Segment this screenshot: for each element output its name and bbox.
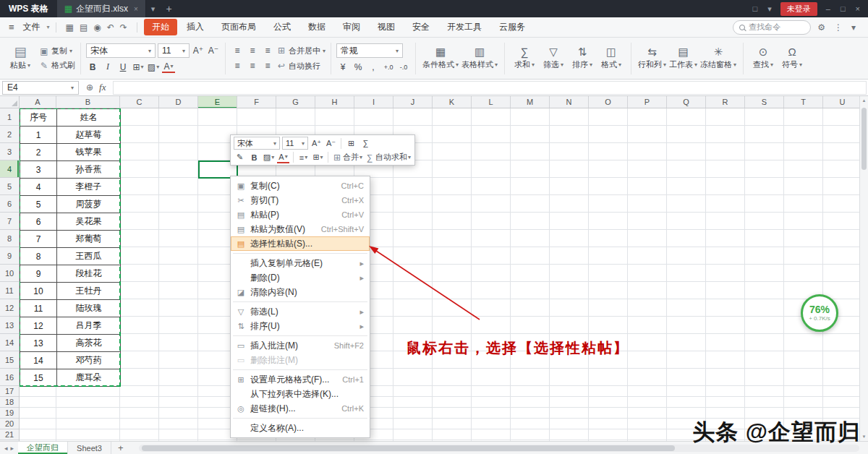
- minimize-icon[interactable]: –: [821, 4, 835, 13]
- context-menu-item-paste-special[interactable]: ▤选择性粘贴(S)...: [231, 236, 370, 251]
- menu-插入[interactable]: 插入: [179, 19, 212, 35]
- cond-format-button[interactable]: ▦条件格式▾: [421, 40, 460, 77]
- menu-页面布局[interactable]: 页面布局: [213, 19, 264, 35]
- sum-button[interactable]: ∑求和▾: [510, 40, 539, 77]
- vertical-scroll-thumb[interactable]: [861, 108, 867, 170]
- cell-A9[interactable]: 8: [20, 248, 57, 265]
- row-header-1[interactable]: 1: [0, 108, 19, 126]
- titlebar-dropdown-icon[interactable]: ▾: [762, 4, 777, 14]
- cell-B8[interactable]: 郑葡萄: [57, 231, 121, 248]
- context-menu-item-hyperlink[interactable]: ◎超链接(H)...Ctrl+K: [231, 401, 370, 416]
- row-header-20[interactable]: 20: [0, 419, 19, 429]
- context-menu-item-clear-contents[interactable]: ◪清除内容(N): [231, 285, 370, 299]
- column-header-Q[interactable]: Q: [667, 96, 706, 108]
- column-header-D[interactable]: D: [159, 96, 198, 108]
- vertical-scrollbar[interactable]: ▲ ▼: [859, 96, 868, 441]
- context-menu-item-define-name[interactable]: 定义名称(A)...: [231, 421, 370, 435]
- command-search[interactable]: 查找命令: [733, 20, 811, 35]
- table-style-button[interactable]: ▥表格样式▾: [460, 40, 499, 77]
- row-header-16[interactable]: 16: [0, 369, 19, 386]
- column-header-T[interactable]: T: [784, 96, 823, 108]
- close-icon[interactable]: ×: [851, 4, 865, 13]
- decrease-decimal-icon[interactable]: -.0: [397, 61, 410, 73]
- column-header-A[interactable]: A: [20, 96, 56, 108]
- mini-borders-icon[interactable]: ⊞▾: [312, 151, 324, 163]
- hamburger-icon[interactable]: ≡: [4, 22, 19, 33]
- context-menu-item-insert-copied-cells[interactable]: 插入复制单元格(E)▸: [231, 256, 370, 270]
- maximize-icon[interactable]: □: [835, 4, 851, 13]
- cell-B13[interactable]: 吕月季: [57, 317, 121, 335]
- row-header-8[interactable]: 8: [0, 230, 19, 247]
- copy-button[interactable]: ▣复制▾: [39, 46, 75, 56]
- scroll-down-icon[interactable]: ▼: [860, 432, 868, 441]
- context-menu-item-format-cells[interactable]: ⊞设置单元格格式(F)...Ctrl+1: [231, 372, 370, 387]
- mini-font-size-select[interactable]: 11▾: [282, 137, 308, 150]
- menu-开始[interactable]: 开始: [144, 19, 177, 35]
- column-header-K[interactable]: K: [433, 96, 472, 108]
- mini-autosum-icon[interactable]: ∑: [359, 137, 372, 150]
- column-header-H[interactable]: H: [315, 96, 354, 108]
- column-header-O[interactable]: O: [589, 96, 628, 108]
- tab-scroll-left-icon[interactable]: ◂: [4, 445, 8, 452]
- print-icon[interactable]: ▤: [77, 22, 90, 33]
- select-all-corner[interactable]: [0, 96, 20, 108]
- cell-A12[interactable]: 11: [20, 300, 57, 317]
- row-header-10[interactable]: 10: [0, 265, 19, 282]
- wrap-text-button[interactable]: ↩自动换行: [276, 61, 320, 72]
- currency-icon[interactable]: ¥: [336, 61, 349, 73]
- column-header-P[interactable]: P: [628, 96, 667, 108]
- decrease-font-icon[interactable]: A⁻: [207, 45, 220, 57]
- menu-云服务[interactable]: 云服务: [491, 19, 533, 35]
- row-header-17[interactable]: 17: [0, 386, 19, 397]
- menu-公式[interactable]: 公式: [265, 19, 299, 35]
- collapse-ribbon-icon[interactable]: ▾: [849, 22, 858, 33]
- mini-align-icon[interactable]: ≡▾: [297, 151, 310, 163]
- row-header-6[interactable]: 6: [0, 195, 19, 213]
- paste-button[interactable]: ▤ 粘贴▾: [6, 46, 35, 71]
- menu-审阅[interactable]: 审阅: [335, 19, 368, 35]
- cell-A8[interactable]: 7: [20, 231, 57, 248]
- new-tab-button[interactable]: +: [160, 3, 177, 14]
- cell-B15[interactable]: 邓芍药: [57, 352, 121, 369]
- sheet-canvas[interactable]: 序号姓名1赵草莓2钱苹果3孙香蕉4李橙子5周菠萝6吴花果7郑葡萄8王西瓜9段桂花…: [20, 108, 859, 441]
- cell-A5[interactable]: 4: [20, 179, 57, 196]
- mini-autosum-button[interactable]: ∑自动求和▾: [365, 151, 411, 163]
- cell-B16[interactable]: 鹿耳朵: [57, 369, 121, 387]
- row-header-15[interactable]: 15: [0, 351, 19, 369]
- document-tab[interactable]: ▦ 企望而归.xlsx ×: [57, 0, 146, 17]
- number-format-select[interactable]: 常规▾: [336, 43, 403, 58]
- context-menu-item-copy[interactable]: ▣复制(C)Ctrl+C: [231, 179, 370, 193]
- row-header-7[interactable]: 7: [0, 213, 19, 230]
- cell-A10[interactable]: 9: [20, 265, 57, 283]
- cell-A3[interactable]: 2: [20, 144, 57, 161]
- tab-close-icon[interactable]: ×: [134, 5, 138, 13]
- row-header-2[interactable]: 2: [0, 126, 19, 143]
- column-header-U[interactable]: U: [823, 96, 859, 108]
- menu-数据[interactable]: 数据: [300, 19, 333, 35]
- merge-center-button[interactable]: ⊞合并居中▾: [276, 46, 326, 56]
- file-menu[interactable]: 文件: [19, 20, 45, 35]
- align-center-icon[interactable]: ≡: [246, 60, 259, 72]
- add-sheet-button[interactable]: +: [111, 442, 130, 453]
- find-button[interactable]: ⊙查找▾: [749, 40, 778, 77]
- cell-A14[interactable]: 13: [20, 335, 57, 352]
- column-header-L[interactable]: L: [472, 96, 511, 108]
- format-painter-button[interactable]: ✎格式刷: [39, 60, 75, 71]
- fx-icon[interactable]: fx: [99, 82, 106, 93]
- column-header-G[interactable]: G: [276, 96, 315, 108]
- menu-开发工具[interactable]: 开发工具: [439, 19, 490, 35]
- column-header-J[interactable]: J: [393, 96, 433, 108]
- scroll-up-icon[interactable]: ▲: [860, 96, 868, 105]
- save-icon[interactable]: ▦: [63, 22, 77, 33]
- align-right-icon[interactable]: ≡: [261, 60, 274, 72]
- context-menu-item-sort[interactable]: ⇅排序(U)▸: [231, 319, 370, 333]
- row-header-18[interactable]: 18: [0, 397, 19, 408]
- mini-font-color-icon[interactable]: A▾: [277, 151, 289, 163]
- sheet-tab-Sheet3[interactable]: Sheet3: [68, 442, 111, 454]
- align-top-icon[interactable]: ≡: [231, 45, 244, 57]
- mini-font-name-select[interactable]: 宋体▾: [234, 137, 280, 150]
- undo-icon[interactable]: ↶: [104, 22, 117, 33]
- align-bottom-icon[interactable]: ≡: [261, 45, 274, 57]
- cell-A16[interactable]: 15: [20, 369, 57, 387]
- formula-input[interactable]: [113, 81, 867, 95]
